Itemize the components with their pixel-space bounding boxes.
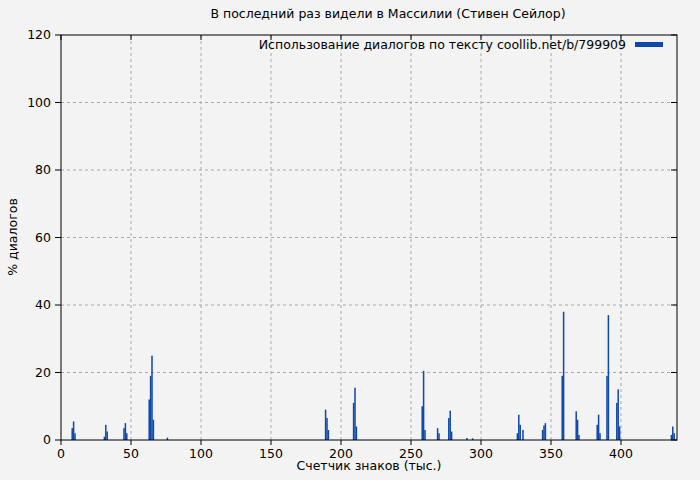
impulse [617,389,619,440]
impulse [563,312,565,440]
impulse [356,427,358,441]
impulse [151,356,153,440]
impulse [606,376,608,440]
impulse [105,425,107,440]
impulse [123,428,125,440]
impulse [437,428,439,440]
impulse [424,430,426,440]
impulse [672,427,674,441]
impulse [619,427,621,441]
impulse [545,423,547,440]
x-tick-label: 350 [539,446,563,461]
impulse [542,430,544,440]
impulse [673,433,675,440]
y-tick-label: 120 [27,27,51,42]
impulse [449,411,451,440]
impulse [616,403,618,440]
impulse [104,437,106,440]
impulse [543,425,545,440]
y-tick-label: 20 [35,365,51,380]
impulse [328,430,330,440]
impulse [150,376,152,440]
impulse [325,410,327,440]
impulse [73,421,75,440]
impulse [671,435,673,440]
impulse [148,400,150,441]
impulse [421,406,423,440]
impulse [599,433,601,440]
impulse [451,432,453,440]
impulse [423,371,425,440]
legend-label: Использование диалогов по тексту coollib… [259,37,626,52]
chart-title-text: В последний раз видели в Массилии (Стиве… [210,6,565,21]
impulse [438,433,440,440]
legend-line-swatch [635,42,663,47]
impulse [106,432,108,440]
impulse [596,425,598,440]
x-tick-label: 0 [57,446,65,461]
impulse [578,435,580,440]
impulse [125,423,127,440]
x-tick-label: 150 [259,446,283,461]
impulse [608,315,610,440]
impulse [354,388,356,440]
y-axis-label: % диалогов [5,198,20,276]
plot-canvas: 050100150200250300350400020406080100120 [0,0,700,480]
chart-figure: 050100150200250300350400020406080100120 … [0,0,700,480]
legend: Использование диалогов по тексту coollib… [259,37,663,52]
y-tick-label: 0 [43,432,51,447]
x-tick-label: 50 [123,446,139,461]
impulse [518,415,520,440]
x-tick-label: 400 [609,446,633,461]
y-tick-label: 100 [27,95,51,110]
y-tick-label: 40 [35,297,51,312]
y-tick-label: 80 [35,162,51,177]
impulse [153,420,155,440]
impulse [326,418,328,440]
impulse [561,376,563,440]
impulse [522,430,524,440]
impulse [126,433,128,440]
impulse [71,428,73,440]
impulse [598,415,600,440]
x-tick-label: 100 [189,446,213,461]
impulse [517,433,519,440]
impulse [448,418,450,440]
y-tick-label: 60 [35,230,51,245]
x-tick-label: 300 [469,446,493,461]
chart-title: В последний раз видели в Массилии (Стиве… [0,6,700,21]
x-axis-label: Счетчик знаков (тыс.) [297,458,442,473]
impulse [577,420,579,440]
impulse [519,425,521,440]
impulse [575,411,577,440]
impulse [353,403,355,440]
impulse [74,433,76,440]
